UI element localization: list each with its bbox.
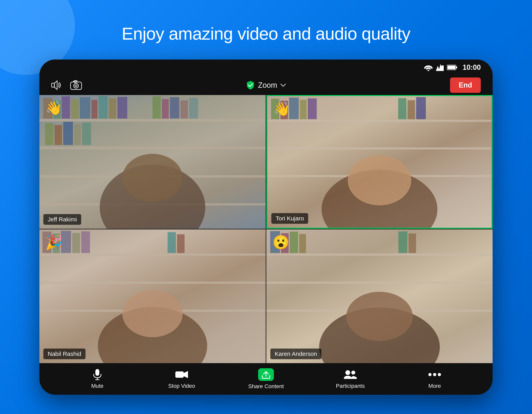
svg-rect-43	[300, 100, 307, 119]
video-cell-karen: 😮 Karen Anderson	[266, 230, 493, 363]
svg-rect-25	[152, 96, 161, 119]
svg-rect-51	[39, 281, 266, 284]
meeting-name: Zoom	[258, 81, 277, 89]
battery-icon	[447, 65, 457, 70]
mute-button[interactable]: Mute	[78, 369, 117, 389]
camera-flip-button[interactable]	[70, 80, 82, 90]
more-label: More	[428, 383, 441, 389]
svg-rect-58	[168, 232, 176, 253]
karen-emoji: 😮	[272, 235, 289, 249]
shield-icon	[246, 80, 255, 90]
stop-video-label: Stop Video	[168, 383, 195, 389]
chevron-down-icon	[280, 83, 286, 87]
svg-rect-26	[162, 99, 169, 118]
svg-rect-13	[39, 147, 266, 149]
svg-rect-68	[299, 234, 306, 253]
page-headline: Enjoy amazing video and audio quality	[122, 24, 410, 44]
svg-rect-57	[81, 231, 90, 253]
svg-rect-45	[398, 98, 407, 119]
svg-rect-69	[399, 231, 408, 253]
top-bar-center: Zoom	[246, 80, 286, 90]
svg-rect-67	[290, 232, 298, 253]
status-time: 10:00	[463, 63, 481, 72]
svg-point-79	[351, 371, 355, 375]
audio-button[interactable]	[51, 80, 62, 90]
nabil-bg	[39, 230, 266, 363]
svg-rect-34	[82, 123, 91, 145]
tori-emoji: 👋	[273, 102, 290, 116]
tablet-device: 10:00	[39, 59, 493, 395]
video-cell-nabil: 🎉 Nabil Rashid	[39, 230, 266, 363]
svg-rect-3	[441, 66, 444, 71]
status-icons: 10:00	[424, 63, 481, 72]
svg-rect-6	[447, 66, 455, 69]
wifi-icon	[424, 64, 433, 71]
top-bar-left	[51, 80, 82, 90]
svg-rect-31	[55, 125, 62, 145]
svg-rect-21	[91, 100, 97, 118]
svg-rect-32	[63, 122, 73, 145]
video-grid: 👋 Jeff Rakimi 👋 Tori Kujaro	[39, 95, 493, 363]
stop-video-button[interactable]: Stop Video	[162, 369, 201, 389]
participants-icon	[343, 369, 357, 380]
svg-rect-7	[52, 83, 54, 87]
tori-bg	[267, 96, 492, 228]
share-content-label: Share Content	[248, 383, 284, 390]
svg-rect-42	[289, 97, 299, 119]
svg-rect-23	[109, 98, 116, 118]
karen-bg	[266, 230, 493, 363]
nabil-name-tag: Nabil Rashid	[43, 348, 86, 359]
svg-point-36	[122, 154, 183, 202]
svg-rect-76	[175, 371, 184, 378]
svg-rect-56	[72, 233, 80, 253]
svg-rect-73	[95, 369, 99, 376]
svg-point-72	[346, 292, 413, 341]
svg-rect-50	[39, 253, 266, 256]
tori-name-tag: Tori Kujaro	[271, 213, 308, 224]
svg-rect-47	[416, 97, 426, 119]
participants-button[interactable]: Participants	[331, 369, 370, 389]
svg-rect-19	[71, 99, 79, 118]
svg-point-80	[428, 373, 431, 376]
participants-label: Participants	[336, 383, 365, 389]
svg-point-49	[348, 155, 411, 205]
svg-rect-70	[408, 233, 416, 253]
svg-rect-5	[456, 67, 457, 68]
svg-rect-63	[266, 281, 493, 284]
end-button[interactable]: End	[450, 77, 481, 93]
more-dots-icon	[428, 369, 442, 380]
camera-flip-icon	[70, 80, 82, 90]
share-upload-icon	[261, 370, 271, 379]
jeff-bg-shelves	[39, 95, 266, 229]
svg-rect-30	[45, 123, 53, 145]
svg-rect-59	[177, 234, 184, 253]
share-icon-bg	[258, 368, 274, 381]
video-cell-jeff: 👋 Jeff Rakimi	[39, 95, 266, 229]
svg-point-78	[345, 370, 350, 375]
more-button[interactable]: More	[415, 369, 454, 389]
svg-rect-46	[408, 100, 415, 119]
jeff-emoji: 👋	[45, 101, 62, 115]
svg-rect-12	[39, 119, 266, 121]
video-camera-icon	[175, 369, 189, 380]
svg-point-81	[433, 373, 436, 376]
svg-rect-24	[117, 97, 127, 118]
svg-rect-37	[267, 120, 492, 122]
share-content-button[interactable]: Share Content	[246, 368, 286, 390]
svg-rect-22	[98, 96, 108, 118]
jeff-name-tag: Jeff Rakimi	[43, 214, 81, 225]
svg-rect-44	[308, 98, 317, 119]
svg-rect-33	[74, 124, 81, 145]
status-bar: 10:00	[39, 59, 493, 75]
svg-rect-38	[267, 147, 492, 150]
top-bar: Zoom End	[39, 75, 493, 95]
svg-point-9	[74, 83, 78, 88]
signal-icon	[436, 64, 444, 71]
karen-name-tag: Karen Anderson	[270, 348, 321, 359]
svg-point-0	[428, 70, 429, 71]
svg-rect-27	[170, 97, 179, 118]
svg-point-10	[75, 85, 77, 87]
svg-rect-62	[266, 253, 493, 256]
nabil-emoji: 🎉	[45, 235, 62, 249]
video-cell-tori: 👋 Tori Kujaro	[266, 95, 493, 229]
